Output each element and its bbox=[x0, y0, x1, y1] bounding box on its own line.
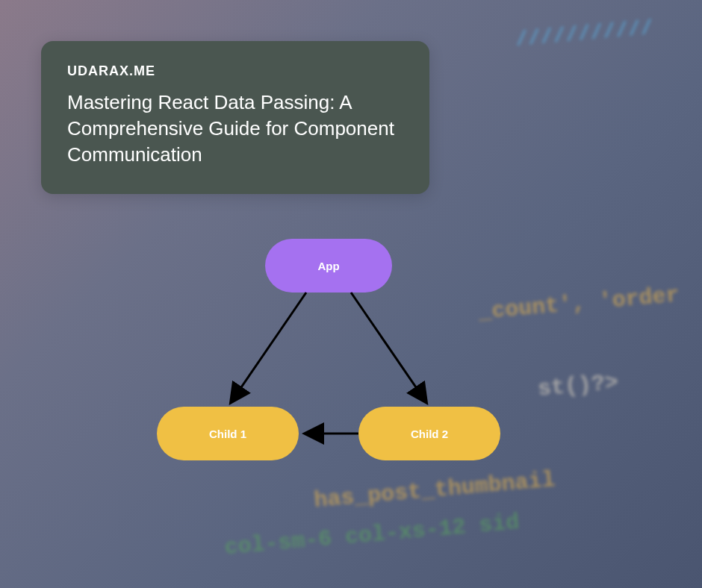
diagram-node-child2: Child 2 bbox=[358, 407, 500, 460]
diagram-node-app: App bbox=[265, 239, 392, 293]
site-name: UDARAX.ME bbox=[67, 63, 403, 79]
bg-code-line: col-sm-6 col-xs-12 sid bbox=[223, 510, 521, 560]
bg-code-line: st()?> bbox=[537, 369, 620, 401]
arrow-app-to-child2 bbox=[351, 293, 426, 401]
diagram-node-child1: Child 1 bbox=[157, 407, 299, 460]
bg-code-line: /////////// bbox=[515, 16, 654, 51]
article-title: Mastering React Data Passing: A Comprehe… bbox=[67, 90, 403, 168]
header-card: UDARAX.ME Mastering React Data Passing: … bbox=[41, 41, 429, 194]
arrow-app-to-child1 bbox=[232, 293, 306, 401]
component-diagram: App Child 1 Child 2 bbox=[157, 239, 515, 478]
